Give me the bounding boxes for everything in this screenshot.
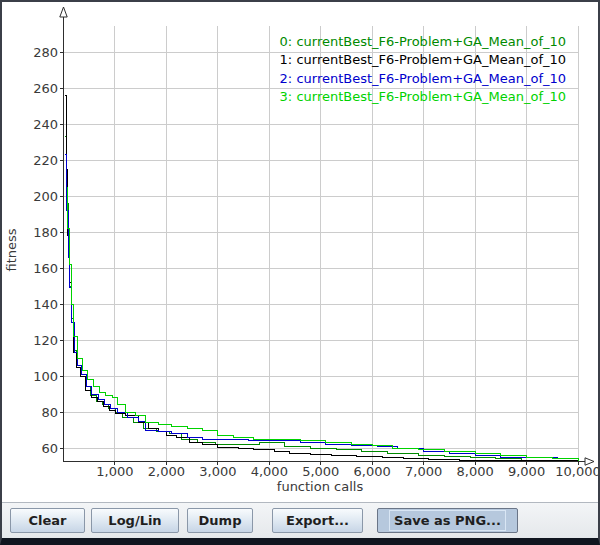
x-tick-label: 4,000 [251,464,288,479]
y-tick-label: 180 [33,225,58,240]
legend-entry-2: 2: currentBest_F6-Problem+GA_Mean_of_10 [280,70,566,88]
series-line-2 [65,155,578,461]
x-tick-label: 7,000 [405,464,442,479]
toolbar: ClearLog/LinDumpExport...Save as PNG... [2,502,598,538]
legend-entry-1: 1: currentBest_F6-Problem+GA_Mean_of_10 [280,51,566,69]
x-tick-label: 10,000 [555,464,598,479]
y-tick-label: 240 [33,117,58,132]
legend-entry-0: 0: currentBest_F6-Problem+GA_Mean_of_10 [280,33,566,51]
series-lines [65,95,578,460]
x-tick-label: 2,000 [148,464,185,479]
button-label: Save as PNG... [389,510,506,531]
y-tick-label: 260 [33,81,58,96]
legend: 0: currentBest_F6-Problem+GA_Mean_of_101… [280,33,566,107]
y-tick-label: 160 [33,261,58,276]
y-tick-label: 120 [33,333,58,348]
y-tick-label: 140 [33,297,58,312]
y-tick-label: 60 [41,441,58,456]
legend-entry-3: 3: currentBest_F6-Problem+GA_Mean_of_10 [280,88,566,106]
x-tick-label: 9,000 [508,464,545,479]
x-tick-label: 5,000 [302,464,339,479]
plot-window: 60801001201401601802002202402602801,0002… [0,0,600,545]
y-tick-label: 80 [41,405,58,420]
chart-panel: 60801001201401601802002202402602801,0002… [2,2,598,502]
clear-button[interactable]: Clear [10,508,85,533]
log-lin-button[interactable]: Log/Lin [91,508,179,533]
x-tick-label: 6,000 [354,464,391,479]
dump-button[interactable]: Dump [187,508,253,533]
x-axis-title: function calls [277,479,364,494]
button-label: Dump [194,510,247,531]
y-axis-title: fitness [4,228,19,271]
button-label: Log/Lin [103,510,166,531]
series-line-3 [67,187,578,461]
x-tick-label: 1,000 [96,464,133,479]
x-tick-label: 8,000 [456,464,493,479]
y-axis-arrow-icon [60,7,67,17]
series-line-1 [65,95,578,460]
tick-marks [60,52,579,465]
button-label: Export... [281,510,354,531]
y-tick-label: 200 [33,189,58,204]
x-tick-label: 3,000 [199,464,236,479]
button-label: Clear [24,510,72,531]
y-tick-label: 100 [33,369,58,384]
y-tick-label: 280 [33,45,58,60]
y-tick-label: 220 [33,153,58,168]
export-button[interactable]: Export... [272,508,363,533]
save-as-png-button[interactable]: Save as PNG... [377,508,518,533]
